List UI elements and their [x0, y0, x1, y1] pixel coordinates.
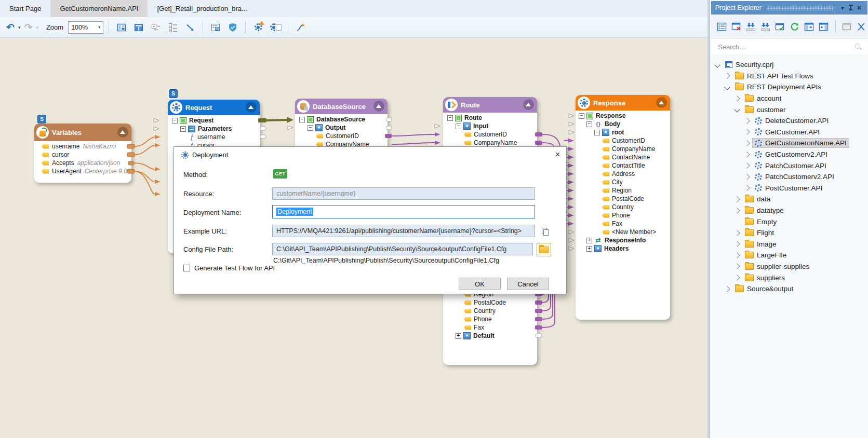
undo-dropdown-icon[interactable]: ▾ [18, 25, 21, 30]
expander-icon[interactable]: − [586, 121, 592, 127]
project-tree-item[interactable]: REST API Test Flows [711, 71, 867, 82]
project-tree-item[interactable]: Image [711, 239, 867, 250]
response-tree-row[interactable]: + ResponseInfo [576, 236, 670, 244]
variable-row[interactable]: username NishaKazmi [34, 142, 131, 150]
config-path-field[interactable]: C:\Git\API_Team\APIPublishing\Publish\Se… [272, 243, 533, 255]
tree-chevron-icon[interactable] [724, 84, 730, 90]
expander-icon[interactable]: − [172, 118, 178, 124]
project-tree-item[interactable]: GetCustomer.API [711, 127, 867, 138]
project-tree-item[interactable]: Flight [711, 227, 867, 239]
cancel-button[interactable]: Cancel [507, 278, 549, 290]
collapse-node-button[interactable] [523, 99, 534, 110]
validate-project-icon[interactable] [774, 20, 785, 33]
project-tree-item[interactable]: PostCustomer.API [711, 183, 867, 194]
response-tree-row[interactable]: Phone [576, 211, 670, 220]
collapse-node-button[interactable] [246, 102, 257, 113]
tab-get-retail-production[interactable]: [Get]_Retail_production_bra... [148, 0, 256, 17]
tree-chevron-icon[interactable] [744, 162, 750, 168]
browse-folder-button[interactable] [537, 243, 551, 256]
response-tree-row[interactable]: CompanyName [576, 145, 670, 153]
tab-getcustomeronname-api[interactable]: GetCustomeronName.API [50, 0, 148, 17]
response-tree-row[interactable]: − root [576, 128, 670, 136]
tree-chevron-icon[interactable] [714, 62, 720, 67]
layout-panels-icon[interactable] [114, 20, 129, 35]
variable-row[interactable]: UserAgent Centerprise 9.0 [34, 167, 131, 175]
request-tree-row[interactable]: − Request [168, 116, 260, 125]
expander-icon[interactable]: − [456, 124, 461, 129]
response-node[interactable]: Response − Response − Body − root [576, 95, 670, 320]
deploy-gear-icon[interactable] [251, 20, 265, 35]
tree-chevron-icon[interactable] [734, 95, 740, 101]
tree-chevron-icon[interactable] [744, 118, 750, 124]
project-tree-item[interactable]: Security.cprj [711, 59, 867, 71]
response-tree-row[interactable]: City [576, 178, 670, 186]
fit-window-icon[interactable] [131, 20, 146, 35]
project-tree-item[interactable]: account [711, 93, 867, 104]
request-tree-row[interactable]: username [168, 133, 260, 141]
deployment-name-field[interactable]: Deployment [272, 205, 535, 218]
config-gear-icon[interactable] [268, 20, 283, 35]
response-tree-row[interactable]: Country [576, 203, 670, 211]
route-tree-row[interactable]: − Input [443, 122, 537, 130]
tree-chevron-icon[interactable] [744, 152, 750, 157]
collapse-node-button[interactable] [373, 101, 384, 112]
project-tree-item[interactable]: customer [711, 104, 867, 115]
example-url-field[interactable]: HTTPS://VMQA421:9261/api/publishing/cust… [272, 225, 535, 237]
project-tree-item[interactable]: Source&output [711, 283, 867, 295]
tree-chevron-icon[interactable] [734, 107, 740, 113]
response-tree-row[interactable]: ContactName [576, 153, 670, 161]
expander-icon[interactable]: − [579, 113, 584, 119]
new-window-icon-disabled[interactable] [842, 20, 853, 33]
expand-list-icon[interactable] [166, 20, 180, 35]
draw-link-icon[interactable] [183, 20, 197, 35]
get-latest-icon[interactable] [745, 20, 756, 33]
tree-chevron-icon[interactable] [734, 264, 740, 269]
response-tree-row[interactable]: − Body [576, 120, 670, 128]
reroute-links-icon[interactable] [293, 20, 308, 35]
project-tree-item[interactable]: REST Deployment APIs [711, 81, 867, 93]
route-tree-row[interactable]: CustomerID [443, 130, 537, 139]
expander-icon[interactable]: − [299, 117, 305, 122]
route-tree-row[interactable]: Phone [443, 315, 537, 323]
tree-chevron-icon[interactable] [744, 129, 750, 135]
search-input[interactable] [717, 43, 854, 51]
project-tree-item[interactable]: supplier-supplies [711, 261, 867, 272]
compare-flows-icon[interactable] [856, 20, 867, 33]
redo-icon[interactable]: ↷ [24, 22, 32, 32]
databasesource-tree-row[interactable]: − Output [295, 124, 388, 132]
properties-list-icon[interactable] [716, 20, 727, 33]
check-in-icon[interactable] [759, 20, 771, 33]
panel-pin-icon[interactable] [847, 4, 855, 12]
panel-menu-icon[interactable]: ▾ [838, 4, 847, 12]
response-tree-row[interactable]: CustomerID [576, 136, 670, 145]
project-tree-item[interactable]: datatype [711, 205, 867, 216]
route-tree-row[interactable]: Country [443, 307, 537, 315]
project-tree-item[interactable]: GetCustomeronName.API [711, 138, 867, 149]
copy-url-button[interactable] [539, 225, 551, 238]
databasesource-node-header[interactable]: DatabaseSource [295, 99, 388, 114]
databasesource-tree-row[interactable]: CustomerID [295, 132, 388, 140]
route-tree-row[interactable]: PostalCode [443, 298, 537, 307]
variable-row[interactable]: cursor [34, 150, 131, 159]
ok-button[interactable]: OK [459, 278, 501, 290]
response-tree-row[interactable]: Fax [576, 220, 670, 228]
undo-icon[interactable]: ↶ [6, 22, 15, 32]
response-node-header[interactable]: Response [576, 95, 670, 111]
expander-icon[interactable]: − [308, 125, 313, 131]
panel-close-icon[interactable]: × [855, 4, 863, 12]
collapse-node-button[interactable] [656, 97, 667, 108]
project-tree-item[interactable]: GetCustomerv2.API [711, 149, 867, 160]
dialog-close-button[interactable]: × [555, 150, 560, 159]
tree-chevron-icon[interactable] [734, 230, 740, 236]
variable-row[interactable]: Accepts application/json [34, 159, 131, 167]
tree-chevron-icon[interactable] [744, 174, 750, 180]
expander-icon[interactable]: − [180, 126, 186, 132]
response-tree-row[interactable]: − Response [576, 112, 670, 120]
tree-chevron-icon[interactable] [744, 185, 750, 191]
tree-chevron-icon[interactable] [724, 73, 730, 79]
project-tree-item[interactable]: data [711, 194, 867, 205]
expander-icon[interactable]: + [586, 246, 592, 252]
security-shield-icon[interactable] [225, 20, 240, 35]
project-tree-item[interactable]: DeleteCustomer.API [711, 115, 867, 127]
project-tree-item[interactable]: PatchCustomerv2.API [711, 171, 867, 183]
